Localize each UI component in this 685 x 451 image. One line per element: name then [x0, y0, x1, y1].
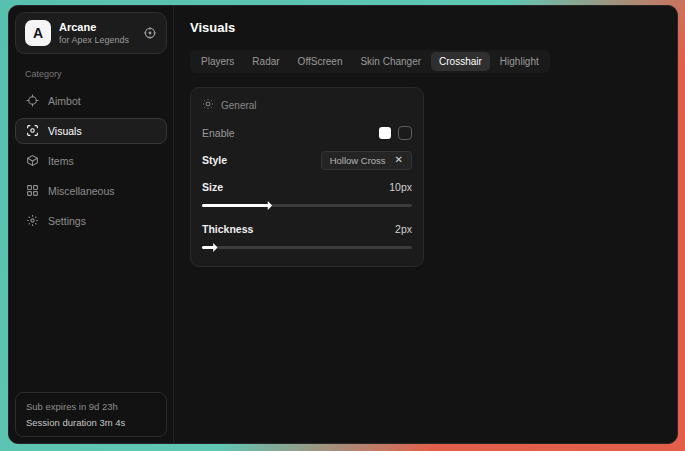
app-logo-letter: A [33, 25, 43, 41]
tab-skin-changer[interactable]: Skin Changer [352, 52, 429, 71]
size-value: 10px [389, 181, 412, 193]
enable-label: Enable [202, 127, 235, 139]
desktop-background: A Arcane for Apex Legends Category [0, 0, 685, 451]
slider-track [202, 246, 412, 249]
sidebar-item-label: Visuals [48, 125, 82, 137]
clear-icon[interactable]: ✕ [395, 155, 403, 165]
tab-offscreen[interactable]: OffScreen [290, 52, 351, 71]
thickness-row: Thickness 2px [202, 219, 412, 239]
grid-icon [26, 184, 39, 199]
sidebar-item-miscellaneous[interactable]: Miscellaneous [15, 178, 167, 204]
thickness-value: 2px [395, 223, 412, 235]
enable-checkbox[interactable] [398, 126, 412, 140]
tab-radar[interactable]: Radar [244, 52, 287, 71]
app-subtitle: for Apex Legends [59, 35, 135, 45]
app-window: A Arcane for Apex Legends Category [8, 5, 678, 444]
enable-row: Enable [202, 123, 412, 143]
target-icon[interactable] [143, 26, 157, 40]
crosshair-icon [26, 94, 39, 109]
thickness-slider[interactable] [202, 243, 412, 252]
slider-fill [202, 204, 267, 207]
page-title: Visuals [190, 20, 661, 35]
sidebar-spacer [15, 236, 167, 392]
section-header: General [202, 98, 412, 112]
subscription-status-card: Sub expires in 9d 23h Session duration 3… [15, 392, 167, 437]
sidebar-item-settings[interactable]: Settings [15, 208, 167, 234]
section-title: General [221, 100, 257, 111]
size-row: Size 10px [202, 177, 412, 197]
app-logo: A [25, 20, 51, 46]
sub-expires-text: Sub expires in 9d 23h [26, 401, 156, 412]
app-name: Arcane [59, 21, 135, 33]
tab-players[interactable]: Players [193, 52, 242, 71]
style-value: Hollow Cross [330, 155, 386, 166]
size-slider[interactable] [202, 201, 412, 210]
color-swatch[interactable] [379, 127, 391, 139]
tab-bar: Players Radar OffScreen Skin Changer Cro… [190, 50, 550, 73]
style-row: Style Hollow Cross ✕ [202, 150, 412, 170]
sidebar-item-visuals[interactable]: Visuals [15, 118, 167, 144]
sidebar-item-label: Miscellaneous [48, 185, 115, 197]
category-label: Category [25, 69, 157, 79]
general-settings-panel: General Enable Style Hollow Cross ✕ [190, 87, 424, 267]
style-label: Style [202, 154, 227, 166]
sidebar-item-label: Items [48, 155, 74, 167]
sidebar-item-label: Aimbot [48, 95, 81, 107]
session-duration-text: Session duration 3m 4s [26, 417, 156, 428]
gear-icon [26, 214, 39, 229]
thickness-label: Thickness [202, 223, 253, 235]
sidebar-item-aimbot[interactable]: Aimbot [15, 88, 167, 114]
app-title-block: Arcane for Apex Legends [59, 21, 135, 45]
sidebar: A Arcane for Apex Legends Category [9, 6, 174, 443]
slider-thumb[interactable] [209, 243, 218, 252]
sidebar-item-label: Settings [48, 215, 86, 227]
sun-icon [202, 98, 214, 112]
sidebar-item-items[interactable]: Items [15, 148, 167, 174]
package-icon [26, 154, 39, 169]
style-select[interactable]: Hollow Cross ✕ [321, 151, 412, 170]
enable-controls [379, 126, 412, 140]
eye-scan-icon [26, 124, 39, 139]
size-label: Size [202, 181, 223, 193]
main-content: Visuals Players Radar OffScreen Skin Cha… [174, 6, 677, 443]
slider-thumb[interactable] [263, 201, 272, 210]
tab-crosshair[interactable]: Crosshair [431, 52, 490, 71]
app-header-card: A Arcane for Apex Legends [15, 12, 167, 54]
tab-highlight[interactable]: Highlight [492, 52, 547, 71]
